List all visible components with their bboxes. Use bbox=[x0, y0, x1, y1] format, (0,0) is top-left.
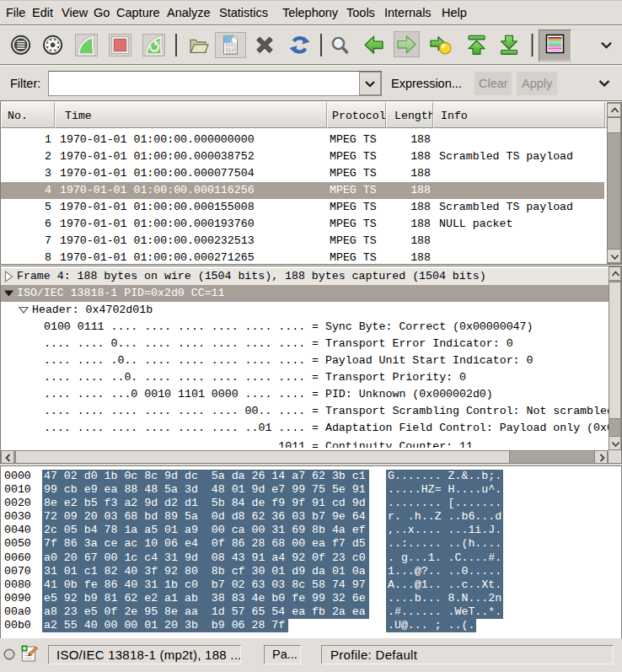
svg-text:1011: 1011 bbox=[226, 51, 237, 56]
